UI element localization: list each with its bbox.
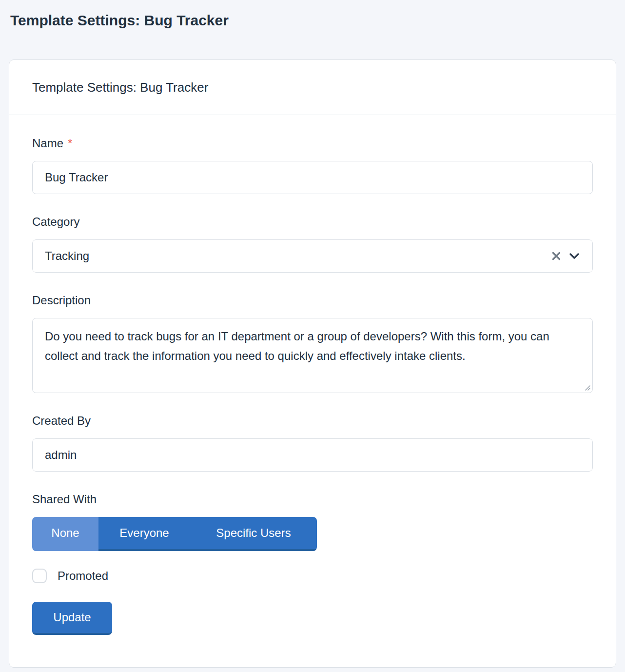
shared-with-label: Shared With <box>32 492 593 507</box>
template-settings-card: Template Settings: Bug Tracker Name * Ca… <box>9 59 616 668</box>
description-field-group: Description Do you need to track bugs fo… <box>32 293 593 393</box>
category-select[interactable]: Tracking <box>32 239 593 273</box>
x-icon[interactable] <box>551 251 562 261</box>
page-title: Template Settings: Bug Tracker <box>0 0 625 30</box>
created-by-label: Created By <box>32 414 593 428</box>
category-label: Category <box>32 215 593 229</box>
category-field-group: Category Tracking <box>32 215 593 273</box>
required-asterisk: * <box>68 136 72 151</box>
shared-with-option-none[interactable]: None <box>32 517 98 551</box>
shared-with-option-specific-users[interactable]: Specific Users <box>190 517 317 551</box>
promoted-label: Promoted <box>58 569 108 583</box>
shared-with-group: Shared With None Everyone Specific Users <box>32 492 593 551</box>
shared-with-option-everyone[interactable]: Everyone <box>98 517 190 551</box>
update-button[interactable]: Update <box>32 602 112 635</box>
created-by-field-group: Created By <box>32 414 593 472</box>
created-by-input[interactable] <box>32 438 593 472</box>
card-body: Name * Category Tracking <box>9 115 616 667</box>
description-textarea[interactable]: Do you need to track bugs for an IT depa… <box>32 318 593 393</box>
description-label: Description <box>32 293 593 308</box>
chevron-down-icon[interactable] <box>567 249 581 263</box>
shared-with-button-group: None Everyone Specific Users <box>32 517 317 551</box>
card-header-title: Template Settings: Bug Tracker <box>9 60 616 115</box>
name-label-text: Name <box>32 136 63 151</box>
name-field-group: Name * <box>32 136 593 194</box>
name-input[interactable] <box>32 161 593 194</box>
category-selected-value: Tracking <box>45 249 551 263</box>
promoted-row: Promoted <box>32 569 593 583</box>
promoted-checkbox[interactable] <box>32 569 47 583</box>
resize-handle-icon[interactable] <box>584 384 590 391</box>
name-label: Name * <box>32 136 593 151</box>
